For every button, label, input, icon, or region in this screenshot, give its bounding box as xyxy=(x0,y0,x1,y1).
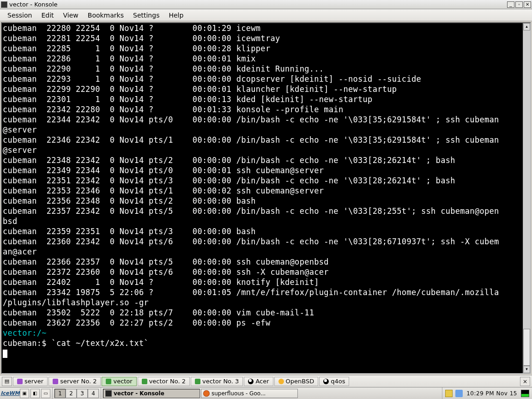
session-tab-icon xyxy=(53,379,58,384)
maximize-button[interactable]: ▫ xyxy=(515,1,523,8)
app-icon xyxy=(1,1,7,8)
terminal[interactable]: cubeman 22280 22254 0 Nov14 ? 00:01:29 i… xyxy=(2,23,523,373)
session-tab-icon xyxy=(278,379,284,384)
session-tab-label: vector xyxy=(113,378,132,385)
session-tab[interactable]: Acer xyxy=(244,377,273,386)
task-icon xyxy=(105,390,112,397)
show-desktop-icon[interactable]: ▣ xyxy=(20,389,29,398)
task-label: superfluous - Goo... xyxy=(212,390,266,397)
session-tab-label: Acer xyxy=(255,378,269,385)
session-tab-icon xyxy=(248,379,254,384)
session-tab-icon xyxy=(17,379,23,384)
session-tab-label: q4os xyxy=(331,378,345,385)
window-list-icon[interactable]: ◧ xyxy=(30,389,40,398)
task-button[interactable]: superfluous - Goo... xyxy=(201,389,298,398)
session-tab[interactable]: vector No. 3 xyxy=(191,377,243,386)
session-tab-icon xyxy=(323,379,329,384)
session-tab[interactable]: server xyxy=(13,377,48,386)
session-tab[interactable]: q4os xyxy=(319,377,349,386)
minimize-button[interactable]: _ xyxy=(507,1,514,8)
session-tab-label: server xyxy=(24,378,43,385)
task-button[interactable]: vector - Konsole xyxy=(103,389,200,398)
workspace-button[interactable]: 1 xyxy=(54,389,66,398)
window-title: vector - Konsole xyxy=(9,1,506,8)
terminal-launcher-icon[interactable]: ▭ xyxy=(41,389,50,398)
menubar: Session Edit View Bookmarks Settings Hel… xyxy=(0,9,532,21)
session-tab-label: OpenBSD xyxy=(286,378,314,385)
workspace-button[interactable]: 4 xyxy=(88,389,99,398)
start-menu-button[interactable]: IceWM xyxy=(2,389,18,398)
session-tab-icon xyxy=(106,379,111,384)
session-tab-label: vector No. 3 xyxy=(202,378,239,385)
task-label: vector - Konsole xyxy=(114,390,164,397)
session-tab[interactable]: OpenBSD xyxy=(274,377,319,386)
menu-settings[interactable]: Settings xyxy=(128,10,164,20)
close-button[interactable]: ✕ xyxy=(524,1,531,8)
session-tab[interactable]: vector No. 2 xyxy=(138,377,190,386)
scroll-down-arrow[interactable]: ▾ xyxy=(523,366,530,373)
scroll-up-arrow[interactable]: ▴ xyxy=(523,23,530,30)
volume-tray-icon[interactable] xyxy=(455,390,463,397)
taskbar: IceWM ▣ ◧ ▭ 1234 vector - Konsolesuperfl… xyxy=(0,387,532,399)
quick-launch: IceWM ▣ ◧ ▭ xyxy=(0,387,53,399)
network-monitor[interactable] xyxy=(521,390,529,397)
menu-session[interactable]: Session xyxy=(3,10,36,20)
session-tab-icon xyxy=(142,379,147,384)
scroll-thumb[interactable] xyxy=(523,329,530,366)
clock[interactable]: 10:29 PM Nov 15 xyxy=(466,390,518,397)
window-titlebar: vector - Konsole _ ▫ ✕ xyxy=(0,0,532,9)
close-session-button[interactable]: ⨯ xyxy=(520,377,530,386)
session-tab-label: vector No. 2 xyxy=(149,378,186,385)
session-tab-label: server No. 2 xyxy=(60,378,97,385)
session-tab-icon xyxy=(195,379,200,384)
menu-bookmarks[interactable]: Bookmarks xyxy=(83,10,128,20)
task-icon xyxy=(203,390,210,397)
vertical-scrollbar[interactable]: ▴ ▾ xyxy=(523,23,530,373)
menu-edit[interactable]: Edit xyxy=(36,10,58,20)
terminal-frame: cubeman 22280 22254 0 Nov14 ? 00:01:29 i… xyxy=(1,22,531,374)
menu-help[interactable]: Help xyxy=(164,10,188,20)
workspace-switcher: 1234 xyxy=(53,387,101,399)
clipboard-tray-icon[interactable] xyxy=(445,390,453,397)
menu-view[interactable]: View xyxy=(59,10,83,20)
workspace-button[interactable]: 2 xyxy=(66,389,77,398)
task-list: vector - Konsolesuperfluous - Goo... xyxy=(101,387,442,399)
scroll-track[interactable] xyxy=(523,30,530,366)
session-tabbar: ▤ serverserver No. 2vectorvector No. 2ve… xyxy=(0,375,532,387)
new-session-button[interactable]: ▤ xyxy=(2,377,12,386)
system-tray: 10:29 PM Nov 15 xyxy=(442,387,532,399)
session-tab[interactable]: vector xyxy=(102,377,136,386)
workspace-button[interactable]: 3 xyxy=(77,389,88,398)
session-tab[interactable]: server No. 2 xyxy=(48,377,101,386)
